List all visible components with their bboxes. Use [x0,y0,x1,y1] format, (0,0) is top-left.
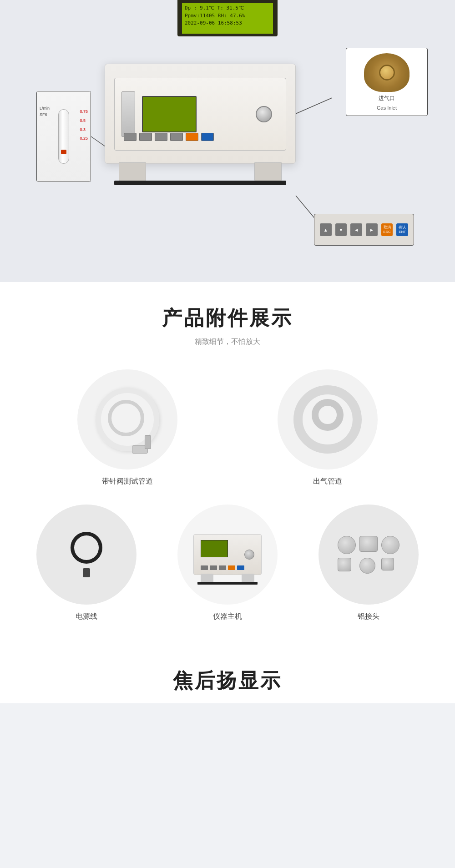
fitting-6 [381,558,394,570]
inst-base-bar [114,181,286,185]
buttons-callout: ▲ ▼ ◄ ► 取消ESC 确认ENT [314,214,414,246]
gas-inlet-image [364,53,410,92]
fitting-4 [338,558,351,571]
fitting-3 [381,536,399,554]
inst-screen [142,96,197,132]
accessory-label-connectors: 铝接头 [358,612,379,621]
connectors-image [318,505,419,605]
screen-line1: Dp : 9.1℃ T: 31.5℃ [185,5,270,12]
flowmeter-callout: L/minSF6 0.750.50.30.25 [36,91,91,182]
mini-leg-left [201,574,213,583]
screen-top: Dp : 9.1℃ T: 31.5℃ Ppmv:11405 RH: 47.6% … [177,0,278,36]
gas-inlet-connector [379,65,395,81]
screen-line2: Ppmv:11405 RH: 47.6% [185,12,270,20]
inst-leg-left [119,162,146,182]
inst-btn-1 [124,133,136,141]
mini-btn-1 [201,565,208,570]
accessory-outlet: 出气管道 [234,369,421,486]
final-title: 焦后扬显示 [18,667,437,694]
inst-btn-orange [186,133,198,141]
cord-loop [71,532,102,564]
accessory-label-tube: 带针阀测试管道 [102,477,153,486]
inst-btn-blue [201,133,214,141]
outlet-image [278,369,378,469]
inst-btn-2 [139,133,152,141]
mini-knob [244,550,254,560]
instrument-front [114,78,286,151]
flowmeter-float [61,150,66,154]
fitting-5 [359,558,375,574]
instrument-body [105,64,296,164]
accessory-label-power: 电源线 [76,612,97,621]
mini-screen [201,540,228,557]
final-section: 焦后扬显示 [0,649,455,703]
accessories-section: 产品附件展示 精致细节，不怕放大 带针阀测试管道 [0,282,455,649]
fitting-1 [338,536,356,554]
callout-btn-down: ▼ [335,223,347,236]
flowmeter-tube [58,109,69,164]
accessories-grid-row1: 带针阀测试管道 出气管道 [34,369,421,486]
main-unit-image [177,505,278,605]
mini-btn-blue [237,565,244,570]
callout-btn-right: ► [366,223,378,236]
fittings-group [333,531,404,578]
accessory-power: 电源线 [23,505,150,621]
mini-leg-right [242,574,254,583]
accessory-tube-valve: 带针阀测试管道 [34,369,221,486]
mini-buttons [201,565,244,570]
section-title: 产品附件展示 [18,305,437,332]
callout-btn-esc: 取消ESC [381,223,393,236]
inst-leg-right [254,162,282,182]
inst-knob [256,106,272,122]
gas-inlet-label-cn: 进气口 [379,95,395,102]
inst-buttons [124,133,214,141]
callout-btn-enter: 确认ENT [396,223,408,236]
accessory-main-unit: 仪器主机 [164,505,291,621]
tube-valve-image [77,369,177,469]
svg-line-1 [296,98,332,114]
screen-line3: 2022-09-06 16:58:53 [185,20,270,27]
callout-btn-left: ◄ [350,223,362,236]
screen-display: Dp : 9.1℃ T: 31.5℃ Ppmv:11405 RH: 47.6% … [182,3,273,34]
flowmeter-scale: 0.750.50.30.25 [80,107,88,143]
mini-btn-3 [219,565,226,570]
mini-btn-orange [228,565,235,570]
accessory-label-outlet: 出气管道 [313,477,342,486]
flowmeter-inner: L/minSF6 0.750.50.30.25 [37,91,91,182]
diagram-section: Dp : 9.1℃ T: 31.5℃ Ppmv:11405 RH: 47.6% … [0,0,455,282]
flowmeter-label: L/minSF6 [40,105,50,118]
inst-flowmeter [121,91,135,137]
gas-inlet-callout: 进气口 Gas Inlet [346,48,428,116]
mini-instrument [193,534,262,575]
accessory-label-main-unit: 仪器主机 [213,612,242,621]
fitting-2 [359,536,378,552]
section-subtitle: 精致细节，不怕放大 [18,337,437,347]
outlet-ring [293,385,362,454]
cord-visual [68,532,105,577]
inst-btn-3 [155,133,167,141]
power-cord-image [36,505,136,605]
accessory-connectors: 铝接头 [305,505,432,621]
gas-inlet-label-en: Gas Inlet [377,105,397,111]
accessories-row3: 电源线 [23,505,432,621]
inst-btn-4 [170,133,183,141]
mini-base [197,582,258,585]
callout-btn-up: ▲ [320,223,332,236]
mini-btn-2 [210,565,217,570]
